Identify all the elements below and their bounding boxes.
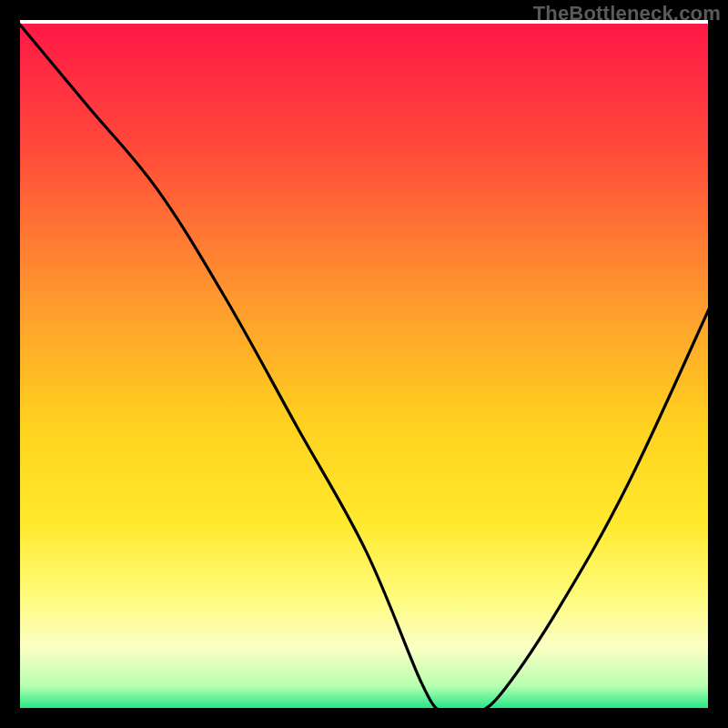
chart-svg	[0, 0, 728, 728]
bottleneck-chart: TheBottleneck.com	[0, 0, 728, 728]
watermark-text: TheBottleneck.com	[533, 2, 721, 25]
plot-background	[19, 24, 713, 717]
